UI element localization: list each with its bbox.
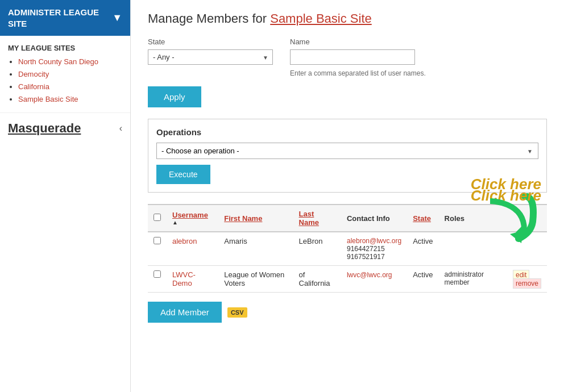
row1-checkbox-cell (148, 232, 167, 266)
table-row: LWVC-Demo League of Women Voters of Cali… (148, 266, 547, 293)
row2-contact-cell: lwvc@lwvc.org (341, 266, 407, 293)
contact-header: Contact Info (341, 205, 407, 232)
masquerade-section: Masquerade ‹ (0, 112, 130, 144)
sidebar-link-california[interactable]: California (18, 82, 49, 91)
state-sort-link[interactable]: State (413, 214, 431, 223)
username-header: Username ▲ (167, 205, 218, 232)
filters-section: State - Any - Name Enter a comma separat… (148, 37, 547, 77)
sidebar: ADMINISTER LEAGUE SITE ▼ MY LEAGUE SITES… (0, 0, 131, 392)
csv-badge[interactable]: CSV (227, 307, 247, 318)
row1-phone2: 9167521917 (347, 253, 401, 261)
row2-username-cell: LWVC-Demo (167, 266, 218, 293)
name-hint: Enter a comma separated list of user nam… (290, 69, 426, 77)
state-select-wrapper: - Any - (148, 49, 273, 65)
username-sort-link[interactable]: Username (172, 211, 208, 219)
select-all-checkbox[interactable] (154, 214, 161, 221)
row1-contact-cell: alebron@lwvc.org 9164427215 9167521917 (341, 232, 407, 266)
green-arrow-icon (484, 198, 530, 244)
page-title: Manage Members for Sample Basic Site (148, 11, 547, 26)
name-filter-group: Name Enter a comma separated list of use… (290, 37, 426, 77)
operations-title: Operations (156, 127, 538, 137)
row1-email-link[interactable]: alebron@lwvc.org (347, 237, 401, 245)
bottom-actions: Add Member CSV (148, 302, 547, 323)
row2-email-link[interactable]: lwvc@lwvc.org (347, 271, 392, 279)
name-input[interactable] (290, 49, 415, 65)
name-label: Name (290, 37, 426, 46)
row1-lastname-cell: LeBron (293, 232, 341, 266)
main-content: Manage Members for Sample Basic Site Sta… (131, 0, 564, 392)
masquerade-label[interactable]: Masquerade (8, 121, 81, 136)
row1-firstname-cell: Amaris (218, 232, 293, 266)
row2-firstname-cell: League of Women Voters (218, 266, 293, 293)
sidebar-link-sample-basic[interactable]: Sample Basic Site (18, 95, 78, 103)
firstname-sort-link[interactable]: First Name (224, 214, 262, 223)
add-member-button[interactable]: Add Member (148, 302, 222, 323)
league-sites-list: North County San Diego Democity Californ… (8, 57, 122, 103)
page-title-text: Manage Members for (148, 11, 270, 26)
list-item: Sample Basic Site (18, 94, 122, 103)
state-filter-group: State - Any - (148, 37, 273, 65)
row2-actions-cell: edit remove (507, 266, 547, 293)
row1-username-link[interactable]: alebron (172, 237, 197, 245)
my-league-sites-label: MY LEAGUE SITES (8, 44, 122, 52)
state-header: State (407, 205, 438, 232)
row1-username-cell: alebron (167, 232, 218, 266)
row2-username-link[interactable]: LWVC-Demo (172, 270, 196, 287)
row2-checkbox-cell (148, 266, 167, 293)
sidebar-header: ADMINISTER LEAGUE SITE ▼ (0, 0, 130, 36)
apply-button[interactable]: Apply (148, 86, 201, 107)
operation-select[interactable]: - Choose an operation - (156, 143, 538, 159)
lastname-header: Last Name (293, 205, 341, 232)
row1-email: alebron@lwvc.org (347, 237, 401, 245)
row2-roles-cell: administrator member (439, 266, 507, 293)
sidebar-link-north-county[interactable]: North County San Diego (18, 57, 98, 66)
operation-select-wrapper: - Choose an operation - (156, 143, 538, 159)
row1-state-cell: Active (407, 232, 438, 266)
list-item: California (18, 82, 122, 91)
select-all-header (148, 205, 167, 232)
row2-lastname-cell: of California (293, 266, 341, 293)
state-label: State (148, 37, 273, 46)
row2-checkbox[interactable] (154, 270, 161, 278)
site-name-link[interactable]: Sample Basic Site (270, 11, 372, 26)
my-league-sites-section: MY LEAGUE SITES North County San Diego D… (0, 36, 130, 112)
row1-phone1: 9164427215 (347, 245, 401, 253)
sidebar-header-title: ADMINISTER LEAGUE SITE (8, 7, 112, 29)
firstname-header: First Name (218, 205, 293, 232)
list-item: North County San Diego (18, 57, 122, 66)
list-item: Democity (18, 69, 122, 78)
sidebar-link-democity[interactable]: Democity (18, 70, 49, 78)
masquerade-collapse-icon[interactable]: ‹ (119, 123, 122, 134)
lastname-sort-link[interactable]: Last Name (299, 210, 319, 227)
execute-button[interactable]: Execute (156, 165, 210, 184)
row2-remove-link[interactable]: remove (513, 278, 541, 289)
state-select[interactable]: - Any - (148, 49, 273, 65)
sidebar-chevron-icon[interactable]: ▼ (112, 12, 122, 24)
row2-state-cell: Active (407, 266, 438, 293)
row1-checkbox[interactable] (154, 237, 161, 244)
sort-asc-icon: ▲ (172, 219, 213, 226)
